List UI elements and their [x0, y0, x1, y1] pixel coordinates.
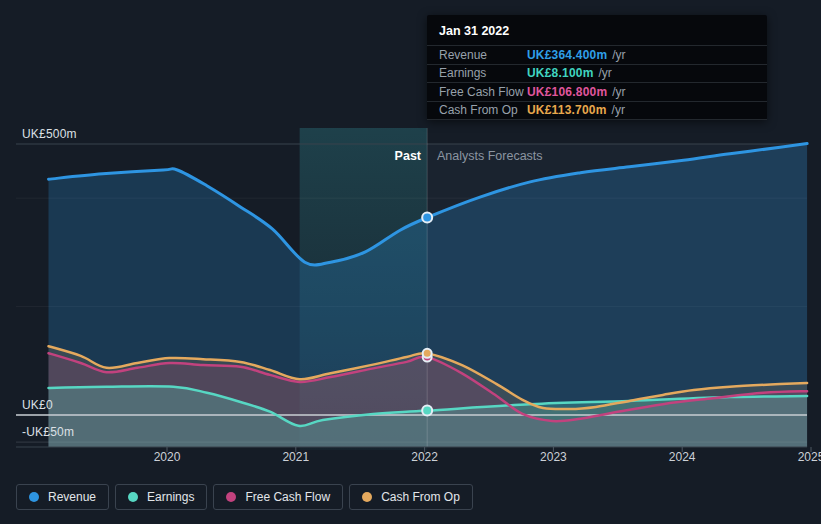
x-axis-label: 2021 — [282, 450, 309, 464]
tooltip-row-value: UK£8.100m — [527, 66, 594, 80]
earnings-marker — [422, 406, 432, 416]
legend-dot — [128, 492, 138, 502]
revenue-marker — [422, 212, 432, 222]
chart-tooltip: Jan 31 2022 RevenueUK£364.400m/yrEarning… — [427, 15, 767, 120]
past-section-label: Past — [395, 149, 421, 163]
x-axis-label: 2025 — [798, 450, 821, 464]
legend-item-free-cash-flow[interactable]: Free Cash Flow — [213, 484, 343, 510]
chart-legend: RevenueEarningsFree Cash FlowCash From O… — [16, 484, 473, 510]
legend-dot — [362, 492, 372, 502]
y-axis-label: -UK£50m — [22, 425, 74, 439]
y-axis-label: UK£0 — [22, 398, 53, 412]
y-axis-label: UK£500m — [22, 127, 77, 141]
legend-label: Free Cash Flow — [245, 490, 330, 504]
tooltip-row-unit: /yr — [612, 48, 625, 62]
x-axis-label: 2022 — [411, 450, 438, 464]
legend-label: Cash From Op — [381, 490, 460, 504]
legend-label: Earnings — [147, 490, 194, 504]
legend-label: Revenue — [48, 490, 96, 504]
analysts-forecasts-label: Analysts Forecasts — [437, 149, 543, 163]
tooltip-row: EarningsUK£8.100m/yr — [427, 64, 767, 83]
legend-item-earnings[interactable]: Earnings — [115, 484, 207, 510]
tooltip-row-value: UK£106.800m — [527, 85, 607, 99]
legend-item-revenue[interactable]: Revenue — [16, 484, 109, 510]
tooltip-row-label: Earnings — [439, 66, 527, 80]
x-axis-label: 2020 — [154, 450, 181, 464]
legend-dot — [226, 492, 236, 502]
tooltip-row: RevenueUK£364.400m/yr — [427, 45, 767, 64]
tooltip-row-unit: /yr — [612, 85, 625, 99]
tooltip-row-label: Revenue — [439, 48, 527, 62]
legend-item-cash-from-op[interactable]: Cash From Op — [349, 484, 473, 510]
tooltip-rows: RevenueUK£364.400m/yrEarningsUK£8.100m/y… — [427, 45, 767, 120]
tooltip-row-label: Cash From Op — [439, 103, 527, 117]
cash-from-op-marker — [423, 349, 432, 358]
x-axis-label: 2023 — [540, 450, 567, 464]
tooltip-row-value: UK£113.700m — [527, 103, 607, 117]
tooltip-row-label: Free Cash Flow — [439, 85, 527, 99]
tooltip-row: Free Cash FlowUK£106.800m/yr — [427, 82, 767, 101]
x-axis-label: 2024 — [669, 450, 696, 464]
tooltip-date: Jan 31 2022 — [427, 23, 767, 45]
tooltip-row-value: UK£364.400m — [527, 48, 607, 62]
tooltip-row-unit: /yr — [599, 66, 612, 80]
tooltip-row-unit: /yr — [612, 103, 625, 117]
legend-dot — [29, 492, 39, 502]
tooltip-row: Cash From OpUK£113.700m/yr — [427, 101, 767, 120]
